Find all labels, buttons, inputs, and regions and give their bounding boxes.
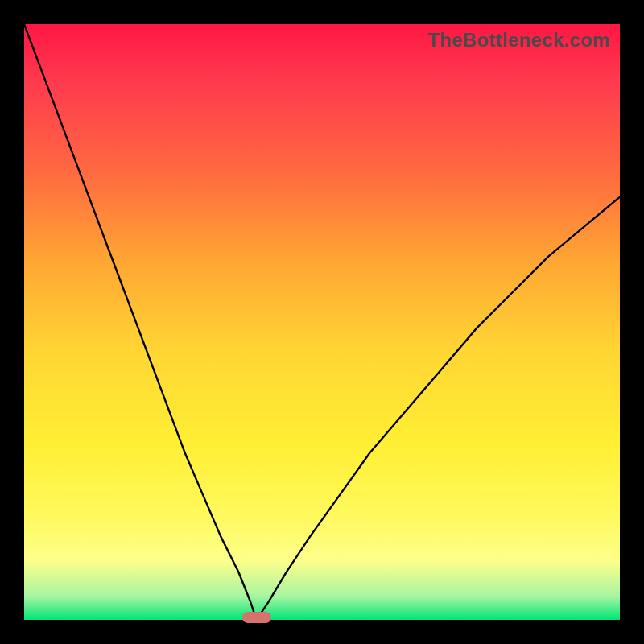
minimum-marker xyxy=(242,612,271,623)
bottleneck-curve xyxy=(24,24,620,620)
watermark-text: TheBottleneck.com xyxy=(428,29,610,52)
chart-frame: TheBottleneck.com xyxy=(0,0,644,644)
curve-path xyxy=(24,24,620,620)
plot-area: TheBottleneck.com xyxy=(24,24,620,620)
